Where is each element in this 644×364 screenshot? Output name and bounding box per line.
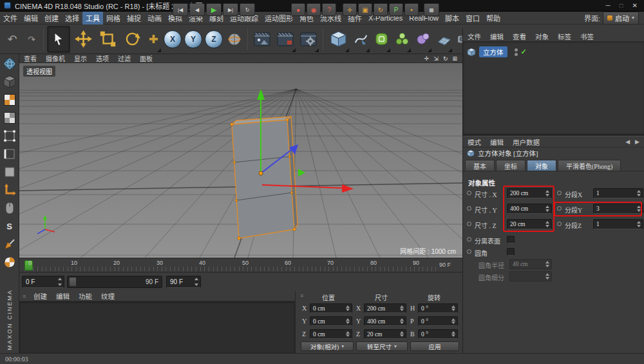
object-name[interactable]: 立方体	[479, 46, 507, 57]
viewport-menu-filter[interactable]: 过滤	[113, 53, 135, 63]
convert-size-dropdown[interactable]: 转至尺寸▾	[356, 341, 408, 351]
enabled-check-icon[interactable]: ✓	[521, 48, 527, 56]
viewport-menu-display[interactable]: 显示	[70, 53, 91, 63]
coordinate-system-button[interactable]	[225, 26, 244, 53]
size-y-field[interactable]: 400 cm	[364, 316, 406, 326]
axis-mode-icon[interactable]	[2, 182, 17, 198]
loop-mode-button[interactable]: ↻	[240, 3, 255, 16]
viewport-menu-options[interactable]: 选项	[91, 53, 113, 63]
polygons-mode-icon[interactable]	[2, 164, 17, 180]
rot-h-field[interactable]: 0 °	[418, 303, 458, 313]
record-scale-toggle[interactable]: ▣	[358, 3, 372, 16]
last-used-tool[interactable]	[145, 26, 162, 53]
visibility-dots-icon[interactable]	[515, 48, 518, 56]
view-label[interactable]: 透视视图	[23, 66, 55, 77]
anim-dot-icon[interactable]	[557, 191, 562, 195]
goto-start-button[interactable]: |◀	[173, 3, 188, 16]
attr-size-y-field[interactable]: 400 cm	[507, 204, 552, 214]
anim-dot-icon[interactable]	[467, 249, 471, 254]
menu-create[interactable]: 创建	[41, 12, 62, 24]
viewport-canvas[interactable]: 网格间距 : 1000 cm 透视视图	[19, 63, 462, 258]
rotate-tool[interactable]	[120, 26, 144, 53]
attr-size-z-field[interactable]: 20 cm	[507, 219, 552, 229]
keyframe-grid-button[interactable]: ▦	[424, 3, 439, 16]
attr-size-x-field[interactable]: 200 cm	[507, 188, 552, 198]
size-x-field[interactable]: 200 cm	[364, 303, 406, 313]
texture-mode-icon[interactable]	[2, 92, 17, 108]
render-settings-button[interactable]	[298, 26, 319, 53]
viewport-menu-panel[interactable]: 面板	[135, 53, 157, 63]
am-menu-userdata[interactable]: 用户数据	[508, 137, 544, 147]
autokey-button[interactable]: ◉	[307, 3, 321, 16]
om-menu-view[interactable]: 查看	[508, 32, 531, 41]
menu-select[interactable]: 选择	[62, 12, 82, 24]
interface-dropdown[interactable]: 启动 ▾	[603, 12, 639, 24]
lock-z-axis-button[interactable]: Z	[205, 30, 223, 48]
pos-z-field[interactable]: 0 cm	[310, 329, 352, 339]
undo-button[interactable]: ↶	[3, 26, 22, 53]
om-menu-tags[interactable]: 标签	[553, 32, 576, 41]
add-array-button[interactable]	[392, 26, 412, 53]
anim-dot-icon[interactable]	[467, 206, 471, 211]
record-keyframe-button[interactable]: ●	[291, 3, 305, 16]
menu-script[interactable]: 脚本	[442, 12, 462, 24]
keyframe-selection-button[interactable]: ?	[322, 3, 336, 16]
play-button[interactable]: ▶	[206, 3, 222, 16]
move-tool[interactable]	[71, 26, 95, 53]
close-button[interactable]: ✕	[632, 2, 638, 9]
material-menu-function[interactable]: 功能	[74, 291, 97, 301]
object-relative-dropdown[interactable]: 对象(相对)▾	[301, 341, 354, 351]
om-menu-bookmarks[interactable]: 书签	[576, 32, 598, 41]
anim-dot-icon[interactable]	[557, 222, 562, 226]
material-menu-edit[interactable]: 编辑	[52, 291, 74, 301]
render-picture-viewer-button[interactable]	[274, 26, 296, 53]
snap-icon[interactable]: S	[2, 218, 17, 234]
menu-animate[interactable]: 动画	[144, 12, 165, 24]
menu-help[interactable]: 帮助	[483, 12, 504, 24]
om-menu-objects[interactable]: 对象	[531, 32, 553, 41]
segments-z-field[interactable]: 1	[593, 219, 643, 229]
viewport-menu-view[interactable]: 查看	[19, 53, 41, 63]
size-z-field[interactable]: 20 cm	[364, 329, 406, 339]
add-subdivision-surface-button[interactable]	[372, 26, 391, 53]
separate-surfaces-checkbox[interactable]	[507, 236, 515, 244]
segments-y-field[interactable]: 3	[593, 204, 643, 214]
viewport-menu-cameras[interactable]: 摄像机	[41, 53, 70, 63]
segments-x-field[interactable]: 1	[593, 188, 643, 198]
record-pla-toggle[interactable]: •	[404, 3, 419, 16]
panel-handle-icon[interactable]: ≡	[19, 293, 29, 300]
zoom-view-icon[interactable]: ⇲	[433, 55, 439, 62]
redo-button[interactable]: ↷	[23, 26, 40, 53]
apply-button[interactable]: 应用	[410, 341, 459, 351]
paint-tool-icon[interactable]	[2, 236, 17, 252]
add-floor-button[interactable]	[433, 26, 453, 53]
edges-mode-icon[interactable]	[2, 146, 17, 162]
om-menu-file[interactable]: 文件	[463, 32, 486, 41]
material-list-area[interactable]	[19, 302, 295, 353]
anim-dot-icon[interactable]	[467, 191, 471, 195]
model-mode-icon[interactable]	[2, 74, 17, 90]
minimize-button[interactable]: ─	[605, 2, 610, 9]
history-back-icon[interactable]: ◀	[625, 139, 630, 145]
scale-tool[interactable]	[96, 26, 119, 53]
live-selection-tool[interactable]	[47, 26, 70, 53]
timeline-ruler[interactable]: 0 10 20 30 40 50 60 70 80 90 90 F	[19, 258, 462, 272]
history-forward-icon[interactable]: ▶	[635, 139, 639, 145]
workplane-mode-icon[interactable]	[2, 110, 17, 126]
pos-y-field[interactable]: 0 cm	[310, 316, 352, 326]
menu-file[interactable]: 文件	[0, 12, 21, 24]
tab-basic[interactable]: 基本	[465, 160, 495, 171]
am-menu-edit[interactable]: 编辑	[486, 137, 508, 147]
menu-tools[interactable]: 工具	[82, 12, 103, 24]
record-rotation-toggle[interactable]: ↻	[374, 3, 388, 16]
rotate-view-icon[interactable]: ↻	[443, 55, 448, 62]
pan-view-icon[interactable]: ✛	[424, 55, 430, 62]
make-editable-icon[interactable]	[2, 56, 17, 72]
add-spline-button[interactable]	[351, 26, 370, 53]
end-frame-field[interactable]: 90 F	[166, 276, 201, 288]
anim-dot-icon[interactable]	[467, 222, 471, 226]
slider-thumb[interactable]	[69, 277, 77, 287]
rot-b-field[interactable]: 0 °	[418, 329, 458, 339]
uv-texture-icon[interactable]	[2, 254, 17, 270]
lock-x-axis-button[interactable]: X	[164, 30, 182, 48]
